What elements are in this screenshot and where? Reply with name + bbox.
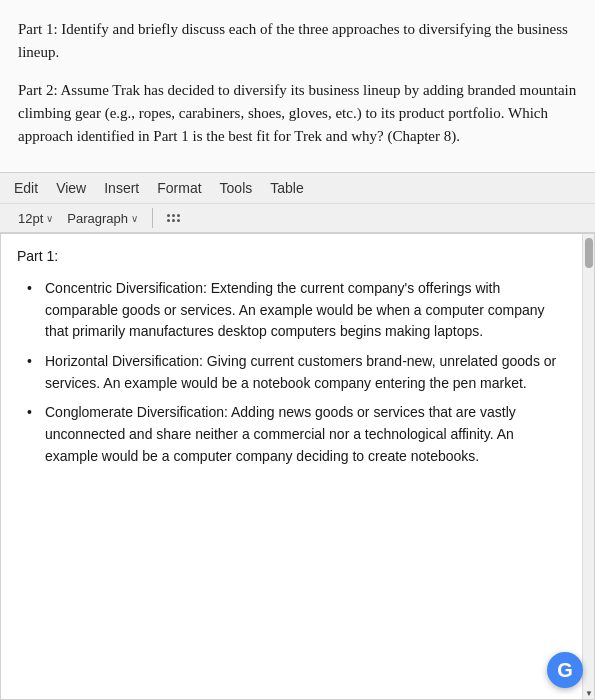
dot-4 (167, 219, 170, 222)
font-size-select[interactable]: 12pt ∨ (14, 209, 57, 228)
toolbar-divider (152, 208, 153, 228)
editor-area[interactable]: Part 1: Concentric Diversification: Exte… (0, 233, 595, 700)
paragraph-style-chevron: ∨ (131, 213, 138, 224)
editor-content[interactable]: Part 1: Concentric Diversification: Exte… (1, 234, 582, 699)
dot-3 (177, 214, 180, 217)
paragraph-1: Part 1: Identify and briefly discuss eac… (18, 18, 577, 65)
paragraph-style-value: Paragraph (67, 211, 128, 226)
dots-row-1 (167, 214, 180, 217)
menu-insert[interactable]: Insert (104, 178, 139, 198)
part-label: Part 1: (17, 246, 566, 268)
format-toolbar: 12pt ∨ Paragraph ∨ (0, 204, 595, 232)
scrollbar-thumb[interactable] (585, 238, 593, 268)
bullet-list: Concentric Diversification: Extending th… (17, 278, 566, 468)
list-item: Concentric Diversification: Extending th… (27, 278, 566, 343)
scroll-down-arrow[interactable]: ▼ (583, 687, 595, 699)
font-size-value: 12pt (18, 211, 43, 226)
dot-1 (167, 214, 170, 217)
dots-row-2 (167, 219, 180, 222)
menu-bar: Edit View Insert Format Tools Table (0, 173, 595, 204)
dot-6 (177, 219, 180, 222)
menu-format[interactable]: Format (157, 178, 201, 198)
google-button-label: G (557, 659, 573, 682)
paragraph-style-select[interactable]: Paragraph ∨ (63, 209, 142, 228)
font-size-chevron: ∨ (46, 213, 53, 224)
bullet-2-text: Horizontal Diversification: Giving curre… (45, 353, 556, 391)
scrollbar[interactable]: ▲ ▼ (582, 234, 594, 699)
bullet-3-text: Conglomerate Diversification: Adding new… (45, 404, 516, 463)
list-item: Horizontal Diversification: Giving curre… (27, 351, 566, 394)
toolbar-area: Edit View Insert Format Tools Table 12pt… (0, 172, 595, 233)
paragraph-2: Part 2: Assume Trak has decided to diver… (18, 79, 577, 149)
google-button[interactable]: G (547, 652, 583, 688)
menu-table[interactable]: Table (270, 178, 303, 198)
bullet-1-text: Concentric Diversification: Extending th… (45, 280, 545, 339)
dot-5 (172, 219, 175, 222)
menu-edit[interactable]: Edit (14, 178, 38, 198)
menu-tools[interactable]: Tools (220, 178, 253, 198)
top-text-area: Part 1: Identify and briefly discuss eac… (0, 0, 595, 172)
more-options-button[interactable] (163, 212, 184, 224)
page: Part 1: Identify and briefly discuss eac… (0, 0, 595, 700)
dot-2 (172, 214, 175, 217)
list-item: Conglomerate Diversification: Adding new… (27, 402, 566, 467)
menu-view[interactable]: View (56, 178, 86, 198)
